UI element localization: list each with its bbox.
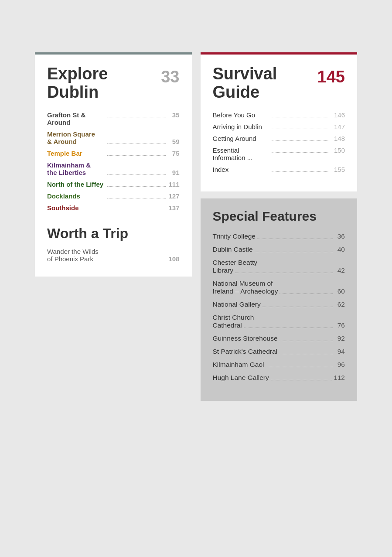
feat-church-page: 76 (334, 321, 345, 329)
feat-church-line2: Cathedral (213, 321, 242, 329)
feat-church-line1: Christ Church (213, 314, 345, 321)
surv-index: Index 155 (213, 166, 345, 173)
toc-kilmainham: Kilmainham &the Liberties 91 (47, 161, 180, 176)
toc-grafton: Grafton St & Around 35 (47, 111, 180, 126)
explore-number: 33 (161, 68, 179, 86)
toc-temple-page: 75 (167, 150, 180, 157)
feat-hugh-lane: Hugh Lane Gallery 112 (213, 374, 345, 382)
left-panel: ExploreDublin 33 Grafton St & Around 35 … (35, 52, 192, 277)
toc-north-page: 111 (167, 181, 180, 188)
feat-castle-dots (255, 252, 333, 252)
feat-chester-page: 42 (334, 267, 345, 274)
feat-museum-bottom: Ireland – Archaeology 60 (213, 287, 345, 295)
toc-kilmainham-page: 91 (167, 169, 180, 176)
toc-north-label: North of the Liffey (47, 181, 106, 188)
surv-before-label: Before You Go (213, 111, 270, 119)
right-panel: SurvivalGuide 145 Before You Go 146 Arri… (201, 52, 358, 401)
feat-chester: Chester Beatty Library 42 (213, 259, 345, 274)
feat-hugh-dots (271, 380, 332, 380)
feat-gaol-dots (266, 367, 333, 367)
toc-merrion-page: 59 (167, 138, 180, 145)
feat-patricks-page: 94 (334, 348, 345, 355)
worth-a-trip-section: Worth a Trip Wander the Wildsof Phoenix … (47, 226, 180, 263)
toc-grafton-page: 35 (167, 111, 180, 119)
survival-title: SurvivalGuide (213, 65, 277, 102)
feat-chester-line1: Chester Beatty (213, 259, 345, 267)
feat-gallery-dots (262, 307, 333, 307)
surv-essential-dots (272, 152, 329, 153)
feat-museum-line1: National Museum of (213, 280, 345, 287)
explore-header: ExploreDublin 33 (47, 65, 180, 102)
toc-southside: Southside 137 (47, 204, 180, 212)
surv-arriving-dots (272, 129, 329, 129)
feat-castle-label: Dublin Castle (213, 246, 253, 253)
worth-subtitle-label: Wander the Wildsof Phoenix Park (47, 248, 106, 263)
surv-arriving: Arriving in Dublin 147 (213, 123, 345, 130)
toc-docklands: Docklands 127 (47, 192, 180, 200)
feat-national-gallery: National Gallery 62 (213, 301, 345, 308)
feat-trinity: Trinity College 36 (213, 232, 345, 240)
feat-museum-page: 60 (334, 287, 345, 295)
feat-dublin-castle: Dublin Castle 40 (213, 246, 345, 253)
feat-gaol-page: 96 (334, 361, 345, 369)
survival-number: 145 (317, 68, 345, 86)
surv-index-page: 155 (331, 166, 345, 173)
worth-page: 108 (168, 255, 179, 263)
surv-getting-page: 148 (331, 135, 345, 142)
toc-docklands-page: 127 (167, 192, 180, 200)
feat-gaol-label: Kilmainham Gaol (213, 361, 264, 369)
feat-christ-church: Christ Church Cathedral 76 (213, 314, 345, 329)
feat-patricks-dots (279, 354, 333, 354)
feat-trinity-dots (257, 239, 333, 239)
toc-temple-label: Temple Bar (47, 150, 106, 157)
toc-kilmainham-label: Kilmainham &the Liberties (47, 161, 106, 176)
surv-arriving-page: 147 (331, 123, 345, 130)
special-card: Special Features Trinity College 36 Dubl… (201, 198, 358, 401)
toc-kilmainham-dots (107, 174, 166, 175)
explore-title: ExploreDublin (47, 65, 108, 102)
surv-before-dots (272, 117, 329, 117)
feat-guinness-dots (280, 341, 333, 341)
feat-guinness: Guinness Storehouse 92 (213, 335, 345, 342)
feat-church-bottom: Cathedral 76 (213, 321, 345, 329)
feat-guinness-page: 92 (334, 335, 345, 342)
survival-card: SurvivalGuide 145 Before You Go 146 Arri… (201, 52, 358, 191)
toc-temple-dots (107, 155, 166, 156)
feat-castle-page: 40 (334, 246, 345, 253)
surv-getting-around: Getting Around 148 (213, 135, 345, 142)
surv-before-you-go: Before You Go 146 (213, 111, 345, 119)
feat-gallery-page: 62 (334, 301, 345, 308)
feat-patricks-label: St Patrick's Cathedral (213, 348, 278, 355)
feat-st-patricks: St Patrick's Cathedral 94 (213, 348, 345, 355)
surv-arriving-label: Arriving in Dublin (213, 123, 270, 130)
feat-trinity-page: 36 (334, 232, 345, 240)
surv-getting-dots (272, 140, 329, 141)
feat-kilmainham-gaol: Kilmainham Gaol 96 (213, 361, 345, 369)
special-title: Special Features (213, 209, 345, 224)
toc-grafton-dots (107, 117, 166, 117)
feat-hugh-page: 112 (334, 374, 345, 382)
worth-subtitle: Wander the Wildsof Phoenix Park 108 (47, 248, 180, 263)
feat-hugh-label: Hugh Lane Gallery (213, 374, 269, 382)
toc-north: North of the Liffey 111 (47, 181, 180, 188)
toc-merrion: Merrion Square& Around 59 (47, 130, 180, 145)
surv-index-dots (272, 171, 329, 172)
feat-gallery-label: National Gallery (213, 301, 261, 308)
surv-index-label: Index (213, 166, 270, 173)
feat-national-museum: National Museum of Ireland – Archaeology… (213, 280, 345, 295)
surv-getting-label: Getting Around (213, 135, 270, 142)
explore-card: ExploreDublin 33 Grafton St & Around 35 … (35, 52, 192, 277)
toc-temple: Temple Bar 75 (47, 150, 180, 157)
surv-essential: Essential Information ... 150 (213, 147, 345, 161)
toc-docklands-dots (107, 198, 166, 198)
toc-grafton-label: Grafton St & Around (47, 111, 106, 126)
toc-merrion-label: Merrion Square& Around (47, 130, 106, 145)
feat-chester-dots (235, 273, 333, 273)
toc-merrion-dots (107, 144, 166, 144)
feat-museum-dots (280, 294, 333, 294)
surv-essential-page: 150 (331, 147, 345, 154)
toc-southside-page: 137 (167, 204, 180, 212)
worth-title: Worth a Trip (47, 226, 180, 242)
toc-docklands-label: Docklands (47, 192, 106, 200)
toc-southside-dots (107, 210, 166, 210)
